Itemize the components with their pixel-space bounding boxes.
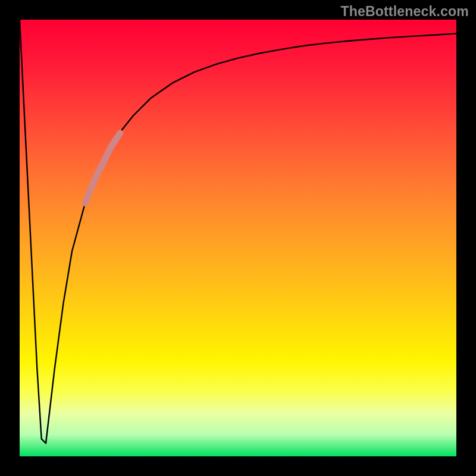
watermark-text: TheBottleneck.com — [340, 4, 469, 20]
chart-stage: TheBottleneck.com — [0, 0, 476, 476]
plot-frame — [0, 0, 476, 476]
